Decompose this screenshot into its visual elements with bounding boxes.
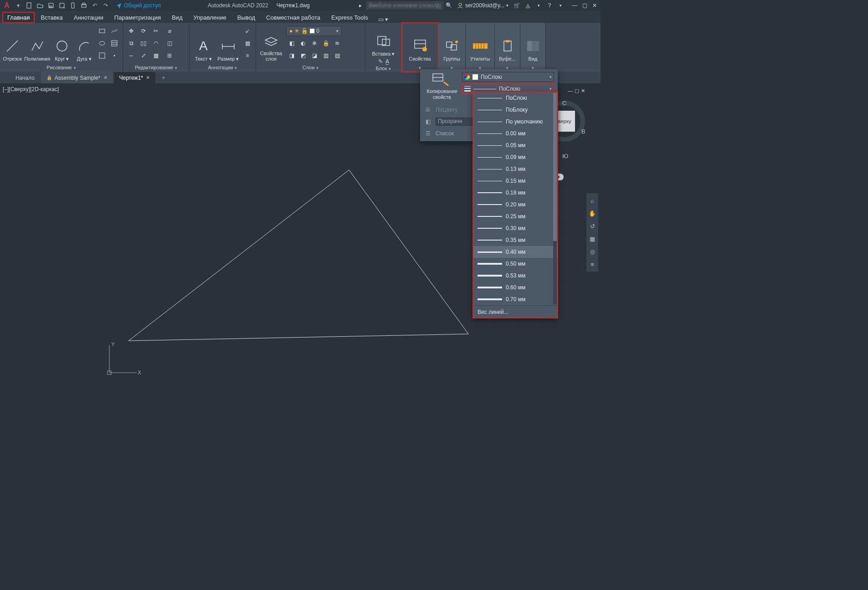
groups-button[interactable]: Группы [441,25,462,62]
line-button[interactable]: Отрезок [3,25,22,62]
hatch-icon[interactable] [109,38,120,49]
ribbon-tab-5[interactable]: Управление [189,12,231,23]
layer-d-icon[interactable]: ▥ [320,50,331,61]
lineweight-item-2[interactable]: По умолчанию [473,116,558,128]
copy-icon[interactable]: ⧉ [126,38,137,49]
rect-icon[interactable] [97,26,108,36]
stretch-icon[interactable]: ↔ [126,50,137,61]
ribbon-tab-7[interactable]: Совместная работа [262,12,325,23]
search-icon[interactable]: 🔍 [444,1,453,10]
layer-c-icon[interactable]: ◪ [309,50,320,61]
mtext-icon[interactable]: ≡ [242,50,253,61]
ellipse-icon[interactable] [97,38,108,49]
lineweight-item-0[interactable]: ПоСлою [473,92,558,104]
lineweight-item-12[interactable]: 0.35 мм [473,234,558,246]
app-sw-caret[interactable]: ▾ [534,1,543,10]
scale-icon[interactable]: ⤢ [138,50,149,61]
view-button[interactable]: Вид [523,25,543,62]
share-link[interactable]: Общий доступ [116,2,161,9]
array-icon[interactable]: ▦ [150,50,161,61]
app-icon[interactable]: A [2,1,12,10]
lineweight-item-7[interactable]: 0.15 мм [473,175,558,187]
lineweight-more[interactable]: Вес линий... [473,305,558,318]
ribbon-tab-2[interactable]: Аннотации [69,12,108,23]
nav-more-icon[interactable]: ≡ [588,260,597,269]
spline-icon[interactable] [109,26,120,36]
lineweight-item-8[interactable]: 0.18 мм [473,187,558,199]
region-icon[interactable] [97,50,108,61]
file-tab-0[interactable]: Начало [10,72,40,83]
block-attr-icon[interactable]: A̲ [385,58,389,65]
circle-button[interactable]: Круг ▾ [52,25,72,62]
modify-c-icon[interactable]: ⊞ [164,50,175,61]
utils-button[interactable]: Утилиты [468,25,492,62]
layer-a-icon[interactable]: ◨ [286,50,297,61]
trim-icon[interactable]: ✂ [150,26,161,36]
arc-button[interactable]: Дуга ▾ [74,25,94,62]
window-maximize-icon[interactable]: ▢ [580,1,589,10]
dimension-button[interactable]: Размер ▾ [217,25,240,62]
mirror-icon[interactable]: ▯▯ [138,38,149,49]
file-tab-1[interactable]: 🔒Assembly Sample*✕ [41,72,113,83]
layer-off-icon[interactable]: ◐ [298,38,308,49]
layer-props-button[interactable]: Свойства слоя [259,25,283,62]
search-caret-icon[interactable]: ▸ [356,1,365,10]
lineweight-item-17[interactable]: 0.70 мм [473,293,558,305]
ribbon-minimize-icon[interactable]: ▭ ▾ [378,16,389,23]
layer-b-icon[interactable]: ◩ [298,50,308,61]
match-props-icon[interactable] [431,72,453,88]
nav-showmo-icon[interactable]: ▦ [588,234,597,243]
qat-redo-icon[interactable]: ↷ [101,1,110,10]
window-close-icon[interactable]: ✕ [591,1,599,10]
help-icon[interactable]: ? [545,1,554,10]
insert-block-button[interactable]: Вставка ▾ [371,25,396,56]
doc-max-icon[interactable]: ▢ [575,88,579,94]
qat-save-icon[interactable] [46,1,56,10]
window-minimize-icon[interactable]: — [570,1,579,10]
clipboard-button[interactable]: Буфе... [498,25,517,62]
lineweight-item-10[interactable]: 0.25 мм [473,210,558,222]
color-dropdown[interactable]: ПоСлою ▾ [462,72,554,82]
ribbon-tab-3[interactable]: Параметризация [110,12,165,23]
point-icon[interactable] [109,50,120,61]
ribbon-tab-0[interactable]: Главная [3,12,34,23]
modify-grid[interactable]: ✥ ⟳ ✂ ⧉ ▯▯ ◠ ↔ ⤢ ▦ [126,26,161,61]
move-icon[interactable]: ✥ [126,26,137,36]
draw-mini-grid[interactable] [97,26,120,61]
qat-undo-icon[interactable]: ↶ [90,1,99,10]
lineweight-item-14[interactable]: 0.50 мм [473,258,558,270]
block-edit-icon[interactable]: ✎ [378,58,383,65]
doc-close-icon[interactable]: ✕ [581,88,585,94]
lineweight-item-13[interactable]: 0.40 мм [473,246,558,258]
search-input[interactable] [366,1,443,10]
ribbon-tab-6[interactable]: Вывод [233,12,260,23]
qat-new-icon[interactable] [25,1,34,10]
nav-full-icon[interactable]: ⌕ [588,196,597,205]
file-tab-2[interactable]: Чертеж1*✕ [114,72,155,83]
layer-lock-icon[interactable]: 🔒 [320,38,331,49]
doc-min-icon[interactable]: — [568,88,573,94]
qat-open-icon[interactable] [36,1,45,10]
fillet-icon[interactable]: ◠ [150,38,161,49]
qat-saveas-icon[interactable] [57,1,67,10]
close-tab-icon[interactable]: ✕ [103,75,108,81]
qat-plot-icon[interactable] [79,1,88,10]
lineweight-item-9[interactable]: 0.20 мм [473,199,558,210]
nav-pan-icon[interactable]: ✋ [588,209,597,218]
lineweight-item-4[interactable]: 0.05 мм [473,139,558,151]
new-tab-button[interactable]: + [158,72,169,83]
layer-frz-icon[interactable]: ❄ [309,38,320,49]
lineweight-item-11[interactable]: 0.30 мм [473,222,558,234]
lineweight-item-3[interactable]: 0.00 мм [473,128,558,139]
ribbon-tab-8[interactable]: Express Tools [327,12,373,23]
modify-b-icon[interactable]: ◫ [164,38,175,49]
transparency-field[interactable]: Прозрачн [436,118,475,126]
lineweight-item-15[interactable]: 0.53 мм [473,270,558,282]
rotate-icon[interactable]: ⟳ [138,26,149,36]
modify-a-icon[interactable]: ⌀ [164,26,175,36]
layer-e-icon[interactable]: ▤ [332,50,343,61]
lineweight-scrollbar[interactable] [553,93,557,304]
table-icon[interactable]: ▦ [242,38,253,49]
help-caret[interactable]: ▾ [556,1,565,10]
nav-steer-icon[interactable]: ◎ [588,247,597,256]
